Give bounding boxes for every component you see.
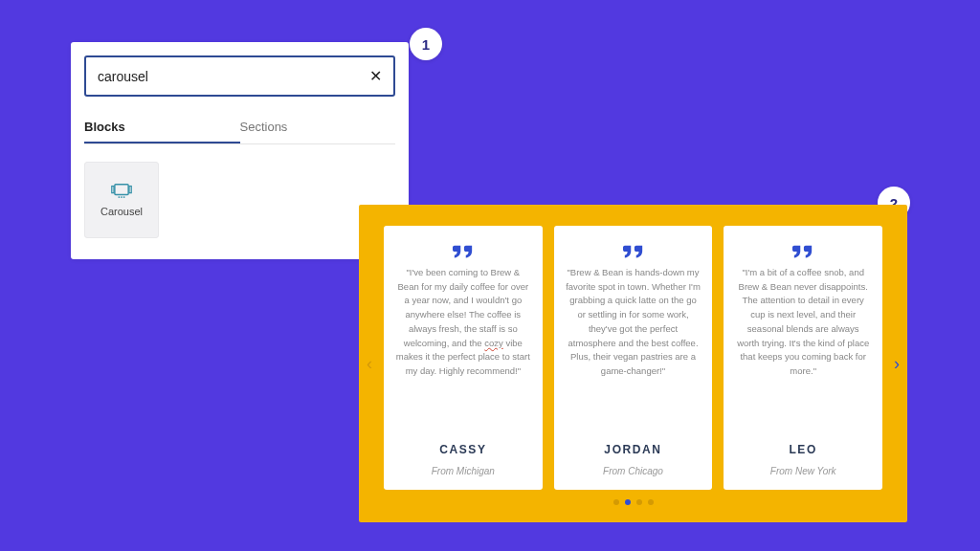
- quote-icon: [623, 245, 644, 260]
- quote-icon: [792, 245, 813, 260]
- svg-point-4: [121, 196, 122, 198]
- carousel-dot[interactable]: [613, 499, 619, 505]
- clear-icon[interactable]: ✕: [369, 67, 382, 85]
- carousel-next-icon[interactable]: ›: [894, 355, 900, 372]
- svg-point-3: [118, 196, 120, 198]
- testimonial-name: LEO: [789, 443, 816, 456]
- svg-point-5: [123, 196, 125, 198]
- svg-rect-0: [115, 185, 128, 195]
- testimonial-location: From New York: [770, 466, 836, 476]
- testimonial-location: From Michigan: [432, 466, 495, 476]
- testimonial-text: "I've been coming to Brew & Bean for my …: [395, 266, 531, 433]
- testimonial-card: "I've been coming to Brew & Bean for my …: [384, 226, 543, 490]
- carousel-icon: [111, 183, 132, 198]
- step-badge-1: 1: [410, 28, 442, 60]
- testimonial-text: "I'm a bit of a coffee snob, and Brew & …: [735, 266, 871, 433]
- carousel-dot[interactable]: [625, 499, 631, 505]
- block-item-label: Carousel: [100, 206, 143, 217]
- tab-blocks[interactable]: Blocks: [84, 112, 240, 143]
- tabs: Blocks Sections: [84, 112, 395, 144]
- testimonial-card: "Brew & Bean is hands-down my favorite s…: [554, 226, 713, 490]
- carousel-dot[interactable]: [648, 499, 654, 505]
- carousel-dot[interactable]: [636, 499, 642, 505]
- block-grid: Carousel: [84, 144, 395, 246]
- search-box[interactable]: ✕: [84, 55, 395, 97]
- testimonial-name: CASSY: [439, 443, 486, 456]
- block-item-carousel[interactable]: Carousel: [84, 162, 159, 238]
- carousel-prev-icon[interactable]: ‹: [367, 355, 372, 372]
- carousel-cards: "I've been coming to Brew & Bean for my …: [384, 226, 882, 490]
- tab-sections[interactable]: Sections: [240, 112, 396, 143]
- testimonial-name: JORDAN: [604, 443, 661, 456]
- testimonial-location: From Chicago: [603, 466, 663, 476]
- carousel-dots: [384, 499, 882, 505]
- testimonial-text: "Brew & Bean is hands-down my favorite s…: [566, 266, 702, 433]
- testimonial-card: "I'm a bit of a coffee snob, and Brew & …: [724, 226, 882, 490]
- search-input[interactable]: [98, 69, 369, 84]
- svg-rect-1: [112, 187, 114, 193]
- quote-icon: [453, 245, 474, 260]
- carousel-preview: ‹ › "I've been coming to Brew & Bean for…: [359, 205, 907, 522]
- svg-rect-2: [129, 187, 131, 193]
